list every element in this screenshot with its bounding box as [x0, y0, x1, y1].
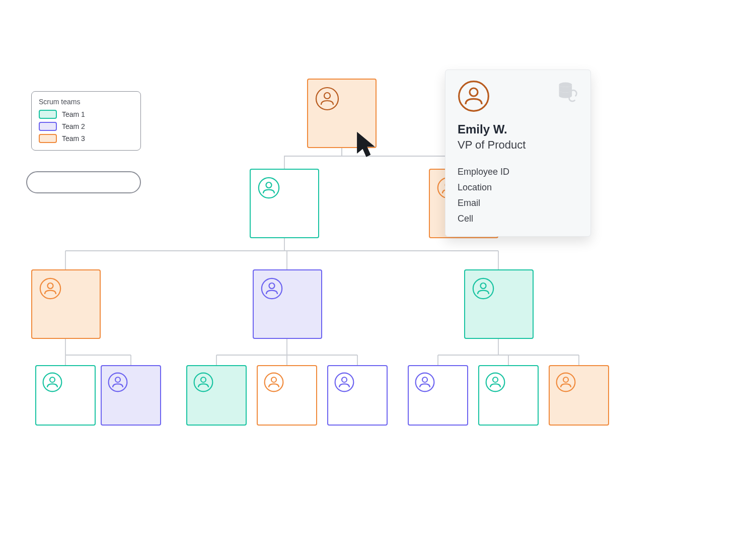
person-icon: [42, 372, 62, 394]
org-node-leaf-7[interactable]: [549, 365, 609, 426]
person-icon: [556, 372, 576, 394]
person-icon: [108, 372, 128, 394]
person-icon: [334, 372, 354, 394]
person-icon: [39, 277, 61, 302]
legend-swatch-team1: [39, 110, 57, 119]
legend-row-team3: Team 3: [39, 134, 133, 143]
person-icon: [261, 277, 283, 302]
org-node-level3-2[interactable]: [464, 269, 534, 339]
person-field-cell: Cell: [458, 214, 578, 224]
svg-point-27: [563, 377, 568, 382]
database-link-icon: [556, 80, 578, 104]
svg-point-19: [271, 377, 276, 382]
org-node-level2-0[interactable]: [250, 169, 319, 238]
svg-point-13: [50, 377, 55, 382]
org-node-leaf-3[interactable]: [257, 365, 317, 426]
person-icon: [472, 277, 494, 302]
legend-panel: Scrum teams Team 1 Team 2 Team 3: [31, 91, 141, 151]
person-field-employee-id: Employee ID: [458, 167, 578, 177]
person-icon: [258, 177, 280, 201]
person-title: VP of Product: [458, 138, 578, 152]
org-node-leaf-0[interactable]: [35, 365, 96, 426]
legend-row-team1: Team 1: [39, 110, 133, 119]
legend-label-team2: Team 2: [62, 122, 85, 130]
svg-point-30: [559, 83, 572, 87]
org-node-root[interactable]: [307, 79, 377, 148]
person-field-email: Email: [458, 198, 578, 208]
person-name: Emily W.: [458, 122, 578, 136]
person-fields: Employee ID Location Email Cell: [458, 167, 578, 224]
person-icon: [264, 372, 284, 394]
org-node-leaf-6[interactable]: [478, 365, 539, 426]
org-node-level3-0[interactable]: [31, 269, 101, 339]
legend-label-team3: Team 3: [62, 134, 85, 143]
legend-row-team2: Team 2: [39, 122, 133, 131]
org-node-leaf-1[interactable]: [101, 365, 161, 426]
person-icon: [193, 372, 213, 394]
org-node-leaf-5[interactable]: [408, 365, 468, 426]
svg-point-7: [48, 283, 53, 289]
org-node-level3-1[interactable]: [253, 269, 322, 339]
svg-point-21: [342, 377, 347, 382]
person-detail-card[interactable]: Emily W. VP of Product Employee ID Locat…: [445, 69, 591, 237]
svg-point-17: [201, 377, 206, 382]
svg-point-15: [115, 377, 120, 382]
org-node-leaf-4[interactable]: [327, 365, 388, 426]
svg-point-3: [266, 182, 272, 188]
svg-point-29: [470, 88, 478, 96]
org-node-leaf-2[interactable]: [186, 365, 247, 426]
legend-title: Scrum teams: [39, 98, 133, 106]
person-field-location: Location: [458, 182, 578, 193]
person-icon: [315, 87, 339, 113]
person-icon: [415, 372, 435, 394]
svg-point-9: [269, 283, 275, 289]
person-icon: [485, 372, 505, 394]
legend-swatch-team2: [39, 122, 57, 131]
svg-point-11: [481, 283, 486, 289]
legend-label-team1: Team 1: [62, 110, 85, 118]
svg-point-23: [422, 377, 427, 382]
person-avatar-icon: [458, 80, 490, 114]
legend-swatch-team3: [39, 134, 57, 143]
empty-pill-shape[interactable]: [26, 171, 141, 193]
svg-point-1: [324, 93, 330, 99]
svg-point-25: [493, 377, 498, 382]
